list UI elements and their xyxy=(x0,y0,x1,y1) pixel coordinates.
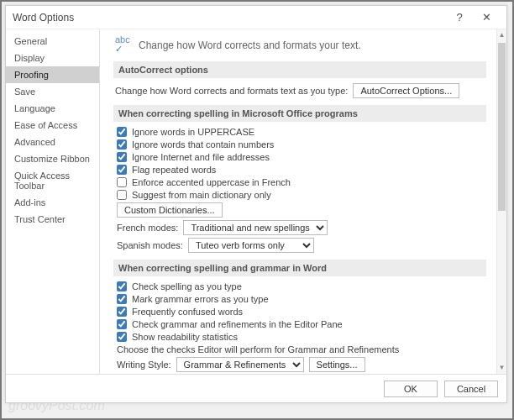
sidebar-item-add-ins[interactable]: Add-ins xyxy=(6,194,99,211)
vertical-scrollbar[interactable]: ▲ ▼ xyxy=(496,29,506,374)
word-options-dialog: Word Options ? ✕ General Display Proofin… xyxy=(5,5,507,403)
cancel-button[interactable]: Cancel xyxy=(444,381,498,397)
chk-readability[interactable] xyxy=(117,332,127,342)
lbl-writing-style: Writing Style: xyxy=(117,360,171,370)
scroll-down-icon[interactable]: ▼ xyxy=(497,362,506,374)
dialog-footer: OK Cancel xyxy=(6,374,506,402)
custom-dictionaries-button[interactable]: Custom Dictionaries... xyxy=(117,202,223,218)
lbl-ignore-uppercase: Ignore words in UPPERCASE xyxy=(132,127,254,137)
scroll-up-icon[interactable]: ▲ xyxy=(497,29,506,41)
sidebar-item-save[interactable]: Save xyxy=(6,83,99,100)
proofing-icon: abc✓ xyxy=(113,36,132,53)
writing-style-select[interactable]: Grammar & Refinements xyxy=(176,357,304,372)
french-modes-select[interactable]: Traditional and new spellings xyxy=(183,220,328,235)
chk-flag-repeated[interactable] xyxy=(117,165,127,175)
help-button[interactable]: ? xyxy=(446,11,473,24)
lbl-flag-repeated: Flag repeated words xyxy=(132,165,216,175)
lbl-french-uppercase: Enforce accented uppercase in French xyxy=(132,177,291,187)
chk-ignore-internet[interactable] xyxy=(117,152,127,162)
lbl-mark-grammar: Mark grammar errors as you type xyxy=(132,294,269,304)
chk-confused-words[interactable] xyxy=(117,307,127,317)
page-heading: Change how Word corrects and formats you… xyxy=(139,36,361,51)
lbl-check-spelling: Check spelling as you type xyxy=(132,281,242,291)
autocorrect-options-button[interactable]: AutoCorrect Options... xyxy=(353,83,459,98)
chk-mark-grammar[interactable] xyxy=(117,294,127,304)
lbl-choose-checks: Choose the checks Editor will perform fo… xyxy=(117,344,399,354)
lbl-readability: Show readability statistics xyxy=(132,332,238,342)
spanish-modes-select[interactable]: Tuteo verb forms only xyxy=(188,238,314,253)
lbl-spanish-modes: Spanish modes: xyxy=(117,240,183,250)
lbl-ignore-numbers: Ignore words that contain numbers xyxy=(132,139,274,150)
lbl-ignore-internet: Ignore Internet and file addresses xyxy=(132,152,270,162)
section-spelling-office: When correcting spelling in Microsoft Of… xyxy=(113,105,486,122)
chk-check-spelling[interactable] xyxy=(117,281,127,291)
sidebar-item-customize-ribbon[interactable]: Customize Ribbon xyxy=(6,150,99,167)
lbl-french-modes: French modes: xyxy=(117,223,178,233)
autocorrect-desc: Change how Word corrects and formats tex… xyxy=(115,86,348,96)
section-autocorrect-options: AutoCorrect options xyxy=(113,61,486,78)
sidebar-item-quick-access-toolbar[interactable]: Quick Access Toolbar xyxy=(6,167,99,194)
chk-ignore-numbers[interactable] xyxy=(117,139,127,150)
scrollbar-thumb[interactable] xyxy=(498,43,506,211)
sidebar-item-proofing[interactable]: Proofing xyxy=(6,66,99,83)
content-scroll: abc✓ Change how Word corrects and format… xyxy=(100,29,496,374)
sidebar-item-ease-of-access[interactable]: Ease of Access xyxy=(6,117,99,134)
lbl-grammar-refinements: Check grammar and refinements in the Edi… xyxy=(132,319,343,329)
settings-button[interactable]: Settings... xyxy=(309,357,365,372)
sidebar-item-language[interactable]: Language xyxy=(6,100,99,117)
ok-button[interactable]: OK xyxy=(384,381,438,397)
lbl-main-dictionary: Suggest from main dictionary only xyxy=(132,190,271,200)
chk-grammar-refinements[interactable] xyxy=(117,319,127,329)
dialog-title: Word Options xyxy=(13,12,446,24)
sidebar-item-advanced[interactable]: Advanced xyxy=(6,134,99,150)
sidebar-item-trust-center[interactable]: Trust Center xyxy=(6,211,99,228)
sidebar-item-general[interactable]: General xyxy=(6,33,99,50)
chk-main-dictionary[interactable] xyxy=(117,190,127,200)
chk-french-uppercase[interactable] xyxy=(117,177,127,187)
lbl-confused-words: Frequently confused words xyxy=(132,307,243,317)
titlebar: Word Options ? ✕ xyxy=(6,6,506,29)
category-sidebar: General Display Proofing Save Language E… xyxy=(6,29,100,374)
sidebar-item-display[interactable]: Display xyxy=(6,50,99,66)
chk-ignore-uppercase[interactable] xyxy=(117,127,127,137)
close-button[interactable]: ✕ xyxy=(473,11,500,24)
section-spelling-word: When correcting spelling and grammar in … xyxy=(113,260,486,276)
